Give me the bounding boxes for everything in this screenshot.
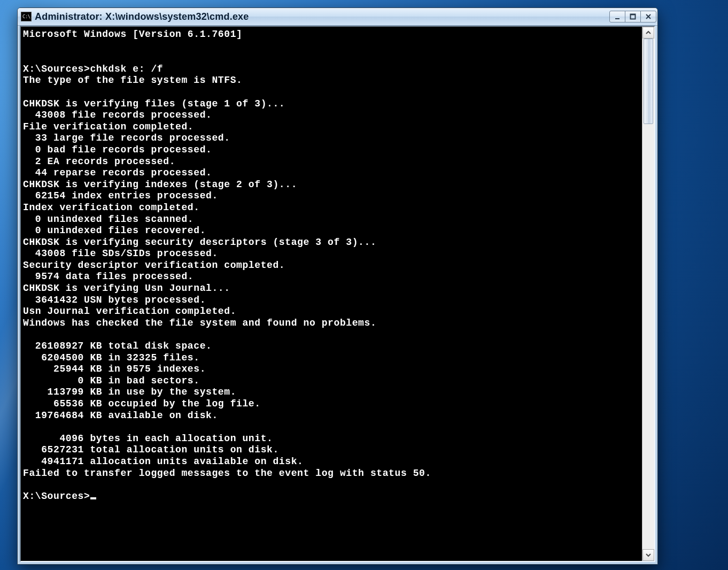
vertical-scrollbar[interactable] xyxy=(642,27,654,561)
maximize-button[interactable] xyxy=(625,11,641,22)
chevron-down-icon xyxy=(645,552,652,558)
cmd-window: C:\. Administrator: X:\windows\system32\… xyxy=(17,7,658,565)
console-text: Microsoft Windows [Version 6.1.7601] X:\… xyxy=(23,29,640,502)
minimize-icon xyxy=(614,13,621,20)
desktop-background: C:\. Administrator: X:\windows\system32\… xyxy=(0,0,728,570)
scrollbar-track[interactable] xyxy=(642,38,654,549)
text-cursor xyxy=(90,497,96,499)
scroll-down-button[interactable] xyxy=(642,549,654,561)
chevron-up-icon xyxy=(645,29,652,36)
console-output-area[interactable]: Microsoft Windows [Version 6.1.7601] X:\… xyxy=(21,27,642,561)
cmd-icon-label: C:\. xyxy=(22,14,33,19)
maximize-icon xyxy=(629,13,637,20)
scrollbar-thumb[interactable] xyxy=(644,38,653,124)
console-frame: Microsoft Windows [Version 6.1.7601] X:\… xyxy=(20,26,655,562)
window-buttons xyxy=(610,11,656,22)
close-button[interactable] xyxy=(640,11,656,22)
minimize-button[interactable] xyxy=(609,11,625,22)
titlebar[interactable]: C:\. Administrator: X:\windows\system32\… xyxy=(18,8,657,26)
scroll-up-button[interactable] xyxy=(642,27,654,38)
window-title: Administrator: X:\windows\system32\cmd.e… xyxy=(35,11,249,22)
close-icon xyxy=(645,13,652,20)
cmd-system-menu-icon[interactable]: C:\. xyxy=(21,12,32,21)
